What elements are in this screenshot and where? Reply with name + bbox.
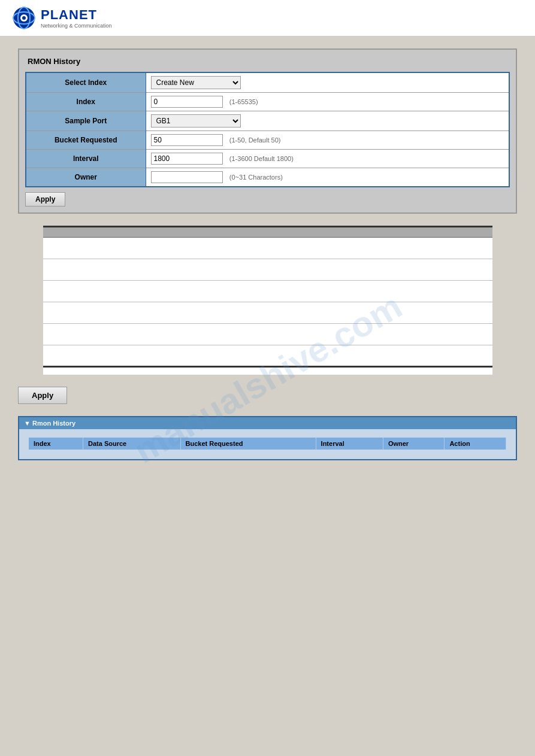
row3-col2: [163, 281, 492, 302]
col-data-source: Data Source: [83, 438, 180, 450]
row6-col2: [163, 345, 492, 367]
main-content: RMON History Select Index Create New Ind…: [0, 37, 535, 472]
second-table-col1-header: [43, 227, 163, 238]
header: PLANET Networking & Communication: [0, 0, 535, 37]
second-table-footer: [43, 367, 492, 375]
table-row: [43, 302, 492, 324]
bucket-requested-label: Bucket Requested: [26, 131, 146, 150]
sample-port-row: Sample Port GB1: [26, 111, 509, 131]
select-index-value: Create New: [146, 72, 509, 93]
row1-col1: [43, 238, 163, 259]
bucket-requested-input[interactable]: [151, 134, 223, 146]
col-owner: Owner: [383, 438, 445, 450]
row4-col1: [43, 302, 163, 324]
table-row: [43, 345, 492, 367]
logo-area: PLANET Networking & Communication: [12, 6, 523, 30]
logo-sub: Networking & Communication: [41, 23, 112, 29]
select-index-dropdown[interactable]: Create New: [151, 76, 241, 89]
owner-value: (0~31 Charactors): [146, 168, 509, 187]
second-table-col2-header: [163, 227, 492, 238]
rmon-form-container: RMON History Select Index Create New Ind…: [18, 48, 517, 214]
interval-value: (1-3600 Default 1800): [146, 150, 509, 168]
second-table-footer-row: [43, 367, 492, 375]
second-table-container: [18, 226, 517, 375]
col-bucket-requested: Bucket Requested: [180, 438, 316, 450]
rmon-bottom-header: ▼ Rmon History: [19, 417, 516, 429]
rmon-form-title: RMON History: [25, 56, 510, 67]
bucket-requested-hint: (1-50, Default 50): [229, 136, 281, 144]
rmon-bottom-table-wrapper: Index Data Source Bucket Requested Inter…: [19, 429, 516, 459]
row5-col1: [43, 324, 163, 345]
row4-col2: [163, 302, 492, 324]
interval-hint: (1-3600 Default 1800): [229, 155, 294, 162]
logo-text-group: PLANET Networking & Communication: [41, 7, 112, 29]
rmon-bottom-header-row: Index Data Source Bucket Requested Inter…: [29, 438, 506, 450]
col-action: Action: [445, 438, 506, 450]
select-index-label: Select Index: [26, 72, 146, 93]
owner-hint: (0~31 Charactors): [229, 174, 283, 181]
table-row: [43, 238, 492, 259]
interval-label: Interval: [26, 150, 146, 168]
select-index-row: Select Index Create New: [26, 72, 509, 93]
index-value: (1-65535): [146, 93, 509, 111]
second-table-header-row: [43, 227, 492, 238]
rmon-bottom-table: Index Data Source Bucket Requested Inter…: [29, 438, 506, 450]
interval-row: Interval (1-3600 Default 1800): [26, 150, 509, 168]
apply-button-1[interactable]: Apply: [25, 192, 65, 207]
row2-col2: [163, 259, 492, 281]
planet-logo-icon: [12, 6, 36, 30]
index-input[interactable]: [151, 96, 223, 108]
apply-button-2[interactable]: Apply: [18, 387, 67, 404]
rmon-form-table: Select Index Create New Index (1-65535): [25, 72, 510, 187]
index-hint: (1-65535): [229, 98, 258, 105]
owner-row: Owner (0~31 Charactors): [26, 168, 509, 187]
rmon-bottom-container: ▼ Rmon History Index Data Source Bucket …: [18, 416, 517, 460]
logo-text: PLANET: [41, 7, 97, 22]
row3-col1: [43, 281, 163, 302]
table-row: [43, 324, 492, 345]
owner-label: Owner: [26, 168, 146, 187]
col-interval: Interval: [316, 438, 383, 450]
svg-point-4: [22, 16, 26, 20]
bucket-requested-value: (1-50, Default 50): [146, 131, 509, 150]
col-index: Index: [29, 438, 83, 450]
second-table: [43, 226, 492, 375]
table-row: [43, 259, 492, 281]
interval-input[interactable]: [151, 153, 223, 165]
sample-port-dropdown[interactable]: GB1: [151, 114, 241, 127]
sample-port-value: GB1: [146, 111, 509, 131]
owner-input[interactable]: [151, 171, 223, 183]
row1-col2: [163, 238, 492, 259]
bucket-requested-row: Bucket Requested (1-50, Default 50): [26, 131, 509, 150]
index-row: Index (1-65535): [26, 93, 509, 111]
row6-col1: [43, 345, 163, 367]
table-row: [43, 281, 492, 302]
row5-col2: [163, 324, 492, 345]
index-label: Index: [26, 93, 146, 111]
apply-area-2: Apply: [18, 387, 517, 404]
sample-port-label: Sample Port: [26, 111, 146, 131]
row2-col1: [43, 259, 163, 281]
